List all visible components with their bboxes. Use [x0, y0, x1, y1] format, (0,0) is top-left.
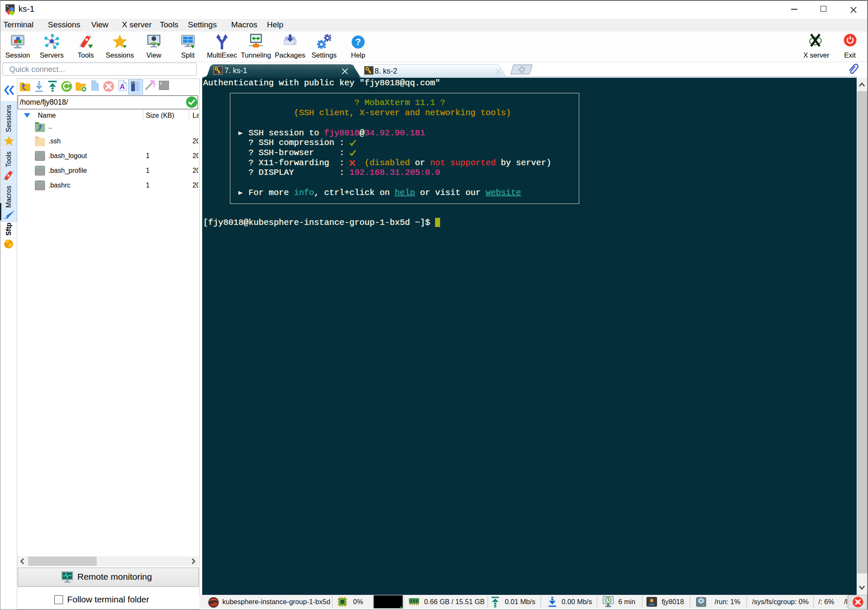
svg-text:?: ? [355, 37, 361, 47]
svg-text:A: A [120, 83, 125, 91]
